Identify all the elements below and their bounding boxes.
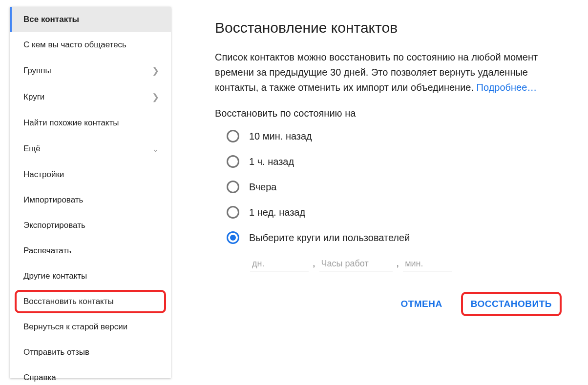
sidebar-item-old-version[interactable]: Вернуться к старой версии: [10, 314, 171, 340]
learn-more-link[interactable]: Подробнее…: [477, 82, 537, 93]
sidebar-item-label: Все контакты: [23, 15, 79, 24]
sidebar-item-groups[interactable]: Группы ❯: [10, 58, 171, 84]
option-label: 10 мин. назад: [249, 131, 312, 142]
dialog-actions: ОТМЕНА ВОССТАНОВИТЬ: [215, 294, 564, 314]
separator: ,: [312, 258, 316, 269]
sidebar-item-label: Ещё: [23, 144, 41, 154]
radio-icon: [227, 181, 239, 193]
option-label: Выберите круги или пользователей: [249, 232, 410, 243]
chevron-right-icon: ❯: [152, 65, 159, 76]
minutes-field[interactable]: мин.: [403, 257, 452, 271]
restore-options: 10 мин. назад 1 ч. назад Вчера 1 нед. на…: [215, 130, 564, 271]
sidebar-item-label: Группы: [23, 66, 51, 76]
option-label: Вчера: [249, 182, 276, 193]
sidebar-item-other-contacts[interactable]: Другие контакты: [10, 263, 171, 289]
days-field[interactable]: дн.: [250, 257, 309, 271]
sidebar-item-more[interactable]: Ещё ⌄: [10, 136, 171, 162]
chevron-right-icon: ❯: [152, 92, 159, 102]
sidebar-item-settings[interactable]: Настройки: [10, 162, 171, 187]
radio-icon: [227, 130, 239, 142]
option-yesterday[interactable]: Вчера: [227, 181, 564, 193]
chevron-down-icon: ⌄: [152, 143, 159, 154]
restore-dialog: Восстановление контактов Список контакто…: [171, 0, 588, 385]
sidebar-item-label: Справка: [23, 373, 56, 383]
hours-field[interactable]: Часы работ: [319, 257, 393, 271]
radio-icon: [227, 206, 239, 219]
cancel-button[interactable]: ОТМЕНА: [394, 294, 449, 314]
sidebar-item-export[interactable]: Экспортировать: [10, 213, 171, 238]
sidebar-item-label: Круги: [23, 92, 44, 102]
sidebar-item-label: Распечатать: [23, 246, 71, 256]
sidebar-item-print[interactable]: Распечатать: [10, 238, 171, 263]
option-10min[interactable]: 10 мин. назад: [227, 130, 564, 142]
sidebar-item-label: Настройки: [23, 170, 64, 180]
sidebar-item-import[interactable]: Импортировать: [10, 187, 171, 213]
dialog-description: Список контактов можно восстановить по с…: [215, 50, 564, 95]
sidebar-item-label: Импортировать: [23, 195, 83, 205]
sidebar-item-feedback[interactable]: Отправить отзыв: [10, 340, 171, 365]
sidebar-item-duplicates[interactable]: Найти похожие контакты: [10, 110, 171, 136]
sidebar-item-label: Восстановить контакты: [23, 297, 114, 306]
option-custom[interactable]: Выберите круги или пользователей: [227, 231, 564, 244]
option-1week[interactable]: 1 нед. назад: [227, 206, 564, 219]
dialog-title: Восстановление контактов: [215, 20, 564, 36]
option-1hour[interactable]: 1 ч. назад: [227, 155, 564, 168]
sidebar-item-all-contacts[interactable]: Все контакты: [10, 7, 171, 32]
sidebar-item-label: Вернуться к старой версии: [23, 322, 127, 332]
sidebar-item-label: С кем вы часто общаетесь: [23, 40, 126, 50]
sidebar-item-frequent[interactable]: С кем вы часто общаетесь: [10, 32, 171, 58]
sidebar-item-label: Экспортировать: [23, 221, 85, 230]
sidebar-item-label: Отправить отзыв: [23, 347, 89, 357]
sidebar-item-help[interactable]: Справка: [10, 365, 171, 385]
restore-button[interactable]: ВОССТАНОВИТЬ: [464, 294, 559, 314]
option-label: 1 нед. назад: [249, 207, 305, 218]
sidebar-item-restore-contacts[interactable]: Восстановить контакты: [10, 289, 171, 314]
sidebar-item-label: Другие контакты: [23, 271, 87, 281]
radio-icon: [227, 231, 239, 244]
dialog-subhead: Восстановить по состоянию на: [215, 108, 564, 119]
separator: ,: [396, 258, 400, 269]
sidebar-item-label: Найти похожие контакты: [23, 118, 119, 128]
sidebar-item-circles[interactable]: Круги ❯: [10, 84, 171, 110]
custom-time-inputs: дн. , Часы работ , мин.: [227, 257, 564, 271]
option-label: 1 ч. назад: [249, 156, 294, 167]
sidebar: Все контакты С кем вы часто общаетесь Гр…: [10, 7, 171, 378]
radio-icon: [227, 155, 239, 168]
